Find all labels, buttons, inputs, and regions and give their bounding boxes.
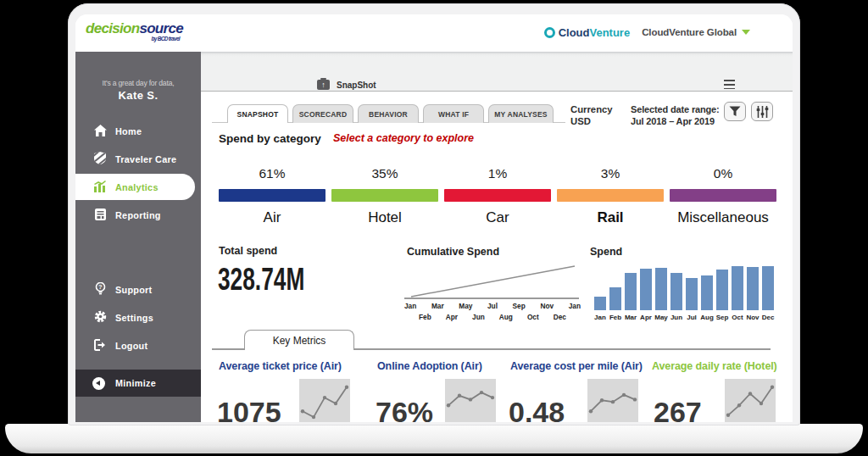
metric-value: 0.48	[509, 398, 565, 422]
filter-button[interactable]	[724, 102, 746, 121]
cum-month-label: Jun	[472, 313, 485, 321]
spend-month-label: Jun	[669, 314, 684, 321]
snapshot-bar	[201, 52, 793, 92]
spend-month-label: Aug	[699, 314, 715, 321]
section-hint: Select a category to explore	[333, 132, 474, 144]
spend-month-label: Feb	[608, 314, 623, 321]
sidebar-item-label: Support	[115, 285, 152, 295]
spend-bar	[686, 278, 698, 310]
category-miscellaneous[interactable]: 0%Miscellaneous	[670, 166, 776, 226]
support-icon: ?	[92, 282, 108, 297]
total-spend-value: 328.74M	[218, 262, 304, 298]
shield-icon	[92, 152, 108, 166]
date-range-block: Selected date range: Jul 2018 – Apr 2019	[631, 103, 720, 127]
category-air[interactable]: 61%Air	[219, 166, 326, 226]
analytics-icon	[92, 181, 108, 194]
metric-value: 76%	[376, 398, 433, 422]
cloudventure-icon	[544, 27, 555, 38]
category-car[interactable]: 1%Car	[444, 166, 551, 226]
category-bar	[331, 189, 438, 202]
date-range-value: Jul 2018 – Apr 2019	[631, 115, 720, 127]
spend-month-label: Dec	[760, 314, 776, 321]
cum-month-label: Mar	[431, 302, 444, 310]
svg-text:?: ?	[98, 283, 103, 291]
sidebar-item-traveler-care[interactable]: Traveler Care	[75, 145, 201, 173]
cumulative-spend-chart	[403, 259, 582, 301]
key-metrics-tab[interactable]: Key Metrics	[244, 330, 354, 350]
cum-month-label: May	[459, 302, 472, 310]
account-selector[interactable]: CloudVenture Global	[642, 27, 750, 37]
sidebar-item-logout[interactable]: Logout	[75, 331, 201, 359]
sidebar-greeting: It's a great day for data,	[75, 79, 201, 87]
spend-month-label: Sep	[715, 314, 730, 321]
chevron-down-icon	[742, 30, 750, 35]
cum-month-label: Oct	[527, 313, 539, 321]
metric-label: Average cost per mile (Air)	[510, 360, 643, 372]
metric-sparkline	[587, 379, 638, 422]
total-spend-label: Total spend	[219, 245, 277, 257]
cum-month-label: Jan	[569, 302, 581, 310]
category-bar	[444, 189, 551, 202]
laptop-mockup: decisionsource by BCD travel CloudVentur…	[0, 0, 868, 456]
category-name: Car	[444, 209, 551, 226]
spend-chart-labels: JanFebMarAprMayJunJulAugSepOctNovDec	[593, 314, 777, 321]
spend-bar	[701, 275, 713, 310]
cum-month-label: Aug	[499, 313, 513, 321]
category-bar	[219, 189, 326, 202]
snapshot-icon: ↑	[317, 80, 330, 90]
sidebar-item-settings[interactable]: Settings	[75, 303, 201, 331]
category-name: Miscellaneous	[670, 209, 776, 226]
category-bar	[670, 189, 776, 202]
cum-month-label: Sep	[513, 302, 526, 310]
metric-label: Average ticket price (Air)	[219, 360, 342, 372]
gear-icon	[92, 310, 108, 325]
sidebar-item-label: Analytics	[115, 182, 159, 192]
cumulative-spend-title: Cumulative Spend	[407, 246, 499, 258]
spend-bar	[640, 269, 652, 310]
app-header: decisionsource by BCD travel CloudVentur…	[75, 14, 793, 52]
category-bar	[557, 189, 664, 202]
tab-my-analyses[interactable]: MY ANALYSES	[488, 104, 554, 123]
metric-value: 1075	[217, 398, 281, 422]
sidebar-item-reporting[interactable]: Reporting	[75, 201, 201, 229]
sidebar-item-support[interactable]: ?Support	[75, 275, 201, 303]
laptop-base	[5, 424, 863, 453]
tab-behavior[interactable]: BEHAVIOR	[358, 104, 419, 123]
sidebar-item-analytics[interactable]: Analytics	[75, 174, 195, 200]
cum-month-label: Jan	[404, 302, 416, 310]
sidebar-item-home[interactable]: Home	[75, 117, 201, 145]
tab-what-if[interactable]: WHAT IF	[423, 104, 484, 123]
cloudventure-logo: CloudVenture	[544, 26, 631, 39]
account-name: CloudVenture Global	[642, 27, 737, 37]
category-name: Rail	[557, 209, 664, 226]
logo-source: source	[139, 20, 183, 36]
currency-value: USD	[570, 115, 613, 127]
logo-decision: decision	[86, 20, 139, 36]
metric-value: 267	[654, 398, 702, 422]
currency-block: Currency USD	[570, 103, 613, 127]
sidebar-item-label: Logout	[115, 341, 147, 351]
tab-snapshot[interactable]: SNAPSHOT	[227, 104, 288, 123]
sidebar-item-minimize[interactable]: Minimize	[75, 370, 201, 397]
tab-scorecard[interactable]: SCORECARD	[292, 104, 353, 123]
snapshot-label: SnapShot	[337, 81, 376, 90]
spend-bar	[594, 297, 606, 310]
adjust-button[interactable]	[751, 102, 773, 121]
metric-sparkline	[445, 379, 496, 422]
category-name: Air	[219, 209, 326, 226]
home-icon	[92, 125, 108, 138]
sidebar-username: Kate S.	[75, 89, 201, 102]
menu-icon[interactable]	[724, 80, 735, 92]
logout-icon	[92, 339, 108, 353]
sidebar-item-label: Traveler Care	[115, 154, 176, 164]
decisionsource-logo: decisionsource by BCD travel	[86, 20, 183, 42]
spend-month-label: Oct	[730, 314, 745, 321]
category-rail[interactable]: 3%Rail	[557, 166, 664, 226]
spend-bar	[762, 266, 774, 310]
sidebar-item-label: Settings	[115, 313, 153, 323]
sliders-icon	[756, 106, 769, 118]
category-pct: 61%	[219, 166, 326, 189]
metric-label: Average daily rate (Hotel)	[652, 360, 777, 372]
category-hotel[interactable]: 35%Hotel	[331, 166, 438, 226]
spend-bar	[609, 287, 621, 310]
